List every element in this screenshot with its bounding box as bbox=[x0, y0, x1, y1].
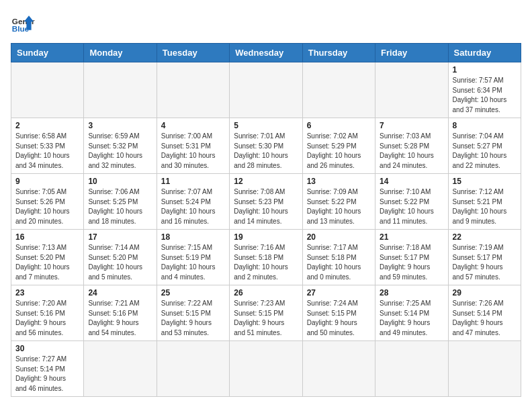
day-number: 27 bbox=[307, 288, 371, 298]
day-number: 18 bbox=[161, 232, 225, 242]
day-info: Sunrise: 7:22 AM Sunset: 5:15 PM Dayligh… bbox=[161, 299, 225, 338]
calendar-cell: 5Sunrise: 7:01 AM Sunset: 5:30 PM Daylig… bbox=[230, 118, 302, 174]
day-info: Sunrise: 7:07 AM Sunset: 5:24 PM Dayligh… bbox=[161, 187, 225, 226]
calendar-cell bbox=[375, 62, 448, 118]
day-info: Sunrise: 7:02 AM Sunset: 5:29 PM Dayligh… bbox=[307, 132, 371, 171]
calendar-cell: 28Sunrise: 7:25 AM Sunset: 5:14 PM Dayli… bbox=[375, 285, 448, 341]
calendar-cell: 1Sunrise: 7:57 AM Sunset: 6:34 PM Daylig… bbox=[448, 62, 521, 118]
day-info: Sunrise: 7:01 AM Sunset: 5:30 PM Dayligh… bbox=[234, 132, 298, 171]
calendar-cell: 21Sunrise: 7:18 AM Sunset: 5:17 PM Dayli… bbox=[375, 230, 448, 285]
calendar-cell: 19Sunrise: 7:16 AM Sunset: 5:18 PM Dayli… bbox=[230, 230, 302, 285]
day-number: 9 bbox=[15, 177, 79, 186]
day-number: 24 bbox=[88, 288, 152, 298]
day-number: 1 bbox=[453, 65, 517, 75]
week-row-2: 2Sunrise: 6:58 AM Sunset: 5:33 PM Daylig… bbox=[11, 118, 521, 174]
calendar-cell: 7Sunrise: 7:03 AM Sunset: 5:28 PM Daylig… bbox=[375, 118, 448, 174]
day-header-sunday: Sunday bbox=[11, 44, 84, 62]
calendar-cell: 23Sunrise: 7:20 AM Sunset: 5:16 PM Dayli… bbox=[11, 285, 84, 341]
calendar-cell: 24Sunrise: 7:21 AM Sunset: 5:16 PM Dayli… bbox=[84, 285, 157, 341]
calendar-cell bbox=[84, 341, 157, 397]
day-number: 22 bbox=[453, 232, 517, 242]
calendar-cell bbox=[230, 341, 302, 397]
calendar-cell: 29Sunrise: 7:26 AM Sunset: 5:14 PM Dayli… bbox=[448, 285, 521, 341]
day-number: 2 bbox=[15, 121, 79, 130]
day-header-saturday: Saturday bbox=[448, 44, 521, 62]
calendar-cell bbox=[448, 341, 521, 397]
calendar-cell: 27Sunrise: 7:24 AM Sunset: 5:15 PM Dayli… bbox=[302, 285, 375, 341]
day-number: 29 bbox=[453, 288, 517, 298]
calendar-cell: 14Sunrise: 7:10 AM Sunset: 5:22 PM Dayli… bbox=[375, 174, 448, 230]
day-info: Sunrise: 7:24 AM Sunset: 5:15 PM Dayligh… bbox=[307, 299, 371, 338]
day-number: 21 bbox=[380, 232, 443, 242]
calendar-cell: 17Sunrise: 7:14 AM Sunset: 5:20 PM Dayli… bbox=[84, 230, 157, 285]
day-number: 30 bbox=[15, 344, 79, 353]
day-header-friday: Friday bbox=[375, 44, 448, 62]
day-number: 28 bbox=[380, 288, 443, 298]
calendar: SundayMondayTuesdayWednesdayThursdayFrid… bbox=[11, 43, 521, 397]
day-info: Sunrise: 7:27 AM Sunset: 5:14 PM Dayligh… bbox=[15, 355, 79, 394]
calendar-cell: 3Sunrise: 6:59 AM Sunset: 5:32 PM Daylig… bbox=[84, 118, 157, 174]
day-number: 8 bbox=[453, 121, 517, 130]
day-number: 16 bbox=[15, 232, 79, 242]
day-info: Sunrise: 7:00 AM Sunset: 5:31 PM Dayligh… bbox=[161, 132, 225, 171]
day-number: 15 bbox=[453, 177, 517, 186]
day-info: Sunrise: 7:03 AM Sunset: 5:28 PM Dayligh… bbox=[380, 132, 443, 171]
day-number: 7 bbox=[380, 121, 443, 130]
calendar-cell bbox=[375, 341, 448, 397]
day-header-wednesday: Wednesday bbox=[230, 44, 302, 62]
day-info: Sunrise: 7:26 AM Sunset: 5:14 PM Dayligh… bbox=[453, 299, 517, 338]
day-info: Sunrise: 7:12 AM Sunset: 5:21 PM Dayligh… bbox=[453, 187, 517, 226]
day-info: Sunrise: 7:15 AM Sunset: 5:19 PM Dayligh… bbox=[161, 243, 225, 282]
day-number: 10 bbox=[88, 177, 152, 186]
calendar-cell bbox=[230, 62, 302, 118]
day-info: Sunrise: 7:19 AM Sunset: 5:17 PM Dayligh… bbox=[453, 243, 517, 282]
calendar-cell: 20Sunrise: 7:17 AM Sunset: 5:18 PM Dayli… bbox=[302, 230, 375, 285]
calendar-cell bbox=[302, 341, 375, 397]
day-info: Sunrise: 7:08 AM Sunset: 5:23 PM Dayligh… bbox=[234, 187, 298, 226]
calendar-cell bbox=[84, 62, 157, 118]
day-info: Sunrise: 7:09 AM Sunset: 5:22 PM Dayligh… bbox=[307, 187, 371, 226]
day-info: Sunrise: 7:05 AM Sunset: 5:26 PM Dayligh… bbox=[15, 187, 79, 226]
header: General Blue bbox=[11, 11, 521, 35]
day-number: 23 bbox=[15, 288, 79, 298]
day-header-tuesday: Tuesday bbox=[157, 44, 229, 62]
day-number: 20 bbox=[307, 232, 371, 242]
calendar-cell bbox=[11, 62, 84, 118]
day-info: Sunrise: 7:04 AM Sunset: 5:27 PM Dayligh… bbox=[453, 132, 517, 171]
week-row-6: 30Sunrise: 7:27 AM Sunset: 5:14 PM Dayli… bbox=[11, 341, 521, 397]
day-info: Sunrise: 7:18 AM Sunset: 5:17 PM Dayligh… bbox=[380, 243, 443, 282]
day-info: Sunrise: 7:17 AM Sunset: 5:18 PM Dayligh… bbox=[307, 243, 371, 282]
calendar-cell: 22Sunrise: 7:19 AM Sunset: 5:17 PM Dayli… bbox=[448, 230, 521, 285]
logo-icon: General Blue bbox=[11, 11, 35, 35]
week-row-4: 16Sunrise: 7:13 AM Sunset: 5:20 PM Dayli… bbox=[11, 230, 521, 285]
day-number: 11 bbox=[161, 177, 225, 186]
week-row-5: 23Sunrise: 7:20 AM Sunset: 5:16 PM Dayli… bbox=[11, 285, 521, 341]
day-info: Sunrise: 7:23 AM Sunset: 5:15 PM Dayligh… bbox=[234, 299, 298, 338]
calendar-cell: 26Sunrise: 7:23 AM Sunset: 5:15 PM Dayli… bbox=[230, 285, 302, 341]
day-number: 19 bbox=[234, 232, 298, 242]
day-header-monday: Monday bbox=[84, 44, 157, 62]
day-number: 13 bbox=[307, 177, 371, 186]
calendar-cell: 2Sunrise: 6:58 AM Sunset: 5:33 PM Daylig… bbox=[11, 118, 84, 174]
day-info: Sunrise: 7:10 AM Sunset: 5:22 PM Dayligh… bbox=[380, 187, 443, 226]
day-number: 12 bbox=[234, 177, 298, 186]
day-number: 25 bbox=[161, 288, 225, 298]
day-number: 14 bbox=[380, 177, 443, 186]
calendar-cell: 12Sunrise: 7:08 AM Sunset: 5:23 PM Dayli… bbox=[230, 174, 302, 230]
day-info: Sunrise: 7:21 AM Sunset: 5:16 PM Dayligh… bbox=[88, 299, 152, 338]
calendar-cell: 6Sunrise: 7:02 AM Sunset: 5:29 PM Daylig… bbox=[302, 118, 375, 174]
day-number: 26 bbox=[234, 288, 298, 298]
day-info: Sunrise: 7:20 AM Sunset: 5:16 PM Dayligh… bbox=[15, 299, 79, 338]
calendar-cell bbox=[157, 341, 229, 397]
calendar-cell bbox=[157, 62, 229, 118]
calendar-header-row: SundayMondayTuesdayWednesdayThursdayFrid… bbox=[11, 44, 521, 62]
day-info: Sunrise: 6:59 AM Sunset: 5:32 PM Dayligh… bbox=[88, 132, 152, 171]
calendar-cell bbox=[302, 62, 375, 118]
day-number: 6 bbox=[307, 121, 371, 130]
week-row-3: 9Sunrise: 7:05 AM Sunset: 5:26 PM Daylig… bbox=[11, 174, 521, 230]
day-info: Sunrise: 7:06 AM Sunset: 5:25 PM Dayligh… bbox=[88, 187, 152, 226]
week-row-1: 1Sunrise: 7:57 AM Sunset: 6:34 PM Daylig… bbox=[11, 62, 521, 118]
calendar-cell: 18Sunrise: 7:15 AM Sunset: 5:19 PM Dayli… bbox=[157, 230, 229, 285]
day-number: 4 bbox=[161, 121, 225, 130]
day-info: Sunrise: 7:57 AM Sunset: 6:34 PM Dayligh… bbox=[453, 76, 517, 115]
